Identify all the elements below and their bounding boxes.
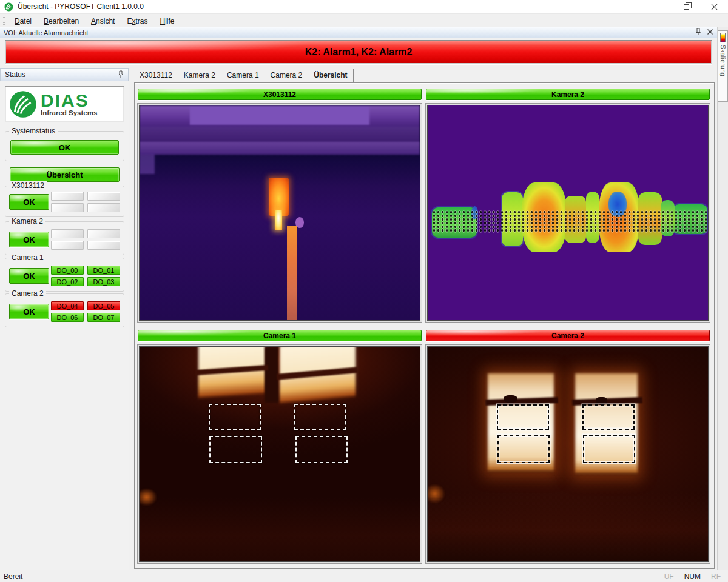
panel-status-bar: Camera 2 (426, 330, 710, 341)
do-indicator (51, 192, 84, 201)
window-handle (596, 397, 607, 404)
do-indicator-do01: DO_01 (87, 266, 120, 275)
tab-camera1[interactable]: Camera 1 (221, 69, 265, 82)
group-kamera2-label: Kamera 2 (9, 217, 46, 226)
pin-icon[interactable] (695, 28, 702, 36)
do-indicator (51, 203, 84, 212)
roi-rectangle (209, 404, 260, 430)
thermal-view-kamera2[interactable] (426, 104, 710, 322)
do-indicator-do05: DO_05 (87, 301, 120, 310)
keystate-rf: RF (706, 572, 726, 581)
group-x3013112: X3013112 OK (5, 186, 124, 217)
status-sidebar: Status DIAS Infrared Systems Systemsta (0, 68, 129, 570)
keystate-uf: UF (659, 572, 679, 581)
titlebar: Übersicht - PYROSOFT Client1 1.0.0.0 (0, 0, 728, 14)
brand-subtitle: Infrared Systems (41, 109, 97, 116)
do-indicator (87, 229, 120, 238)
window-title: Übersicht - PYROSOFT Client1 1.0.0.0 (18, 2, 144, 11)
x3013112-ok-button[interactable]: OK (9, 194, 49, 210)
minimize-icon (655, 7, 661, 7)
panel-status-bar: Camera 1 (138, 330, 422, 341)
right-dock-strip: Skalierung (717, 27, 728, 570)
tab-kamera2[interactable]: Kamera 2 (178, 69, 221, 82)
thermal-scene-two-windows (428, 347, 708, 561)
close-button[interactable] (700, 0, 728, 14)
sidebar-pin-icon[interactable] (117, 70, 124, 78)
minimize-button[interactable] (644, 0, 672, 14)
roi-rectangle (294, 404, 346, 430)
do-indicator (87, 241, 120, 250)
tab-uebersicht[interactable]: Übersicht (308, 69, 353, 82)
do-indicator-do03: DO_03 (87, 277, 120, 286)
dias-logo-icon (9, 90, 37, 118)
roi-rectangle (497, 435, 550, 463)
window-handle (504, 395, 517, 403)
thermal-view-x3013112[interactable] (138, 104, 422, 322)
menubar-grip[interactable] (3, 17, 5, 25)
brand-name: DIAS (41, 93, 97, 109)
camera-panel-camera1: Camera 1 (138, 330, 422, 563)
thermal-scene-crankshaft (428, 105, 708, 320)
alarm-message: K2: Alarm1, K2: Alarm2 (305, 47, 413, 58)
dias-logo: DIAS Infrared Systems (5, 86, 124, 122)
camera-panel-x3013112: X3013112 (138, 89, 422, 322)
tab-camera2[interactable]: Camera 2 (265, 69, 309, 82)
alarm-close-icon[interactable] (707, 28, 713, 35)
restore-button[interactable] (672, 0, 700, 14)
roi-rectangle (583, 435, 635, 463)
alarm-panel-title: VOI: Aktuelle Alarmnachricht (4, 29, 88, 36)
uebersicht-button[interactable]: Übersicht (10, 167, 120, 182)
roi-rectangle (295, 436, 348, 464)
camera-panel-kamera2: Kamera 2 (426, 89, 710, 322)
group-camera2: Camera 2 OK DO_04 DO_05 DO_06 DO_07 (5, 293, 124, 327)
menu-ansicht[interactable]: Ansicht (86, 16, 120, 27)
thermal-view-camera1[interactable] (138, 345, 422, 563)
do-indicator-do02: DO_02 (51, 277, 84, 286)
panel-status-bar: Kamera 2 (426, 89, 710, 100)
do-indicator-do06: DO_06 (51, 313, 84, 322)
roi-rectangle (497, 404, 548, 430)
group-kamera2: Kamera 2 OK (5, 221, 124, 255)
camera-panel-camera2: Camera 2 (426, 330, 710, 563)
systemstatus-ok-button[interactable]: OK (10, 140, 119, 155)
alarm-dock-panel: VOI: Aktuelle Alarmnachricht K2: Alarm1,… (0, 27, 717, 67)
menu-extras[interactable]: Extras (122, 16, 152, 27)
uebersicht-tabpage: X3013112 (134, 82, 715, 569)
warm-spot (295, 217, 304, 228)
dark-floor (428, 493, 708, 561)
statusbar: Bereit UF NUM RF (0, 570, 728, 582)
alarm-banner: K2: Alarm1, K2: Alarm2 (5, 40, 712, 64)
app-logo-icon (4, 2, 13, 12)
group-systemstatus: Systemstatus OK (5, 131, 124, 161)
kamera2-ok-button[interactable]: OK (9, 232, 49, 247)
camera2-ok-button[interactable]: OK (9, 304, 49, 319)
menu-datei[interactable]: Datei (10, 16, 36, 27)
group-camera1-label: Camera 1 (9, 253, 46, 262)
close-icon (711, 4, 718, 10)
busbar-rail (140, 127, 420, 142)
measure-line-overlay (432, 210, 707, 233)
tab-skalierung[interactable]: Skalierung (718, 30, 728, 102)
keystate-num: NUM (679, 572, 706, 581)
status-message: Bereit (4, 572, 22, 581)
sidebar-header: Status (0, 68, 129, 81)
menu-bearbeiten[interactable]: Bearbeiten (39, 16, 84, 27)
view-tabstrip: X3013112 Kamera 2 Camera 1 Camera 2 Über… (134, 69, 354, 82)
group-camera2-label: Camera 2 (9, 289, 46, 298)
do-indicator-do07: DO_07 (87, 313, 120, 322)
busbar-rail (140, 142, 420, 155)
systemstatus-label: Systemstatus (9, 127, 58, 135)
tab-x3013112[interactable]: X3013112 (134, 69, 178, 82)
camera1-ok-button[interactable]: OK (9, 268, 49, 284)
hot-cable-streak (287, 226, 297, 320)
roi-rectangle (582, 404, 635, 430)
thermal-scene-window-top (140, 347, 420, 561)
color-scale-icon (720, 33, 726, 42)
restore-icon (684, 4, 689, 10)
do-indicator-do00: DO_00 (51, 266, 84, 275)
menu-hilfe[interactable]: Hilfe (155, 16, 180, 27)
fuse-stub (140, 155, 155, 174)
do-indicator (87, 203, 120, 212)
do-indicator (51, 241, 84, 250)
thermal-view-camera2[interactable] (426, 345, 710, 563)
